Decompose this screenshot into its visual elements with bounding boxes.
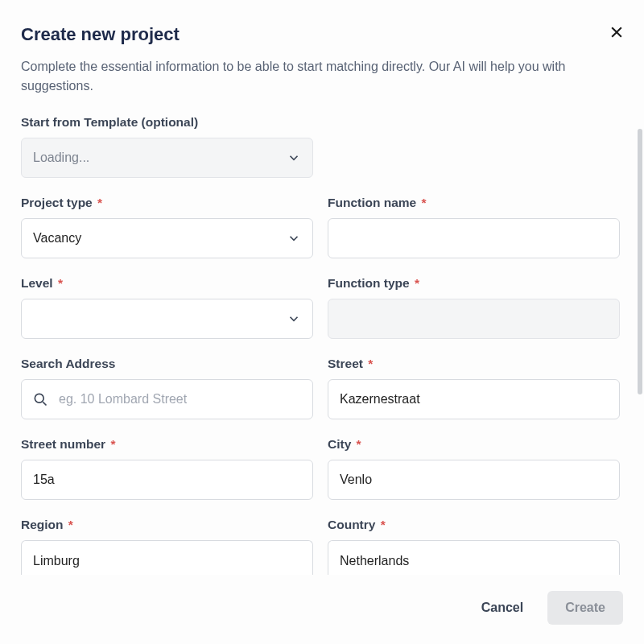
region-label: Region *: [21, 518, 313, 532]
project-type-select[interactable]: Vacancy: [21, 218, 313, 258]
street-number-label-text: Street number: [21, 437, 105, 451]
template-select[interactable]: Loading...: [21, 138, 313, 178]
required-marker: *: [97, 196, 102, 209]
chevron-down-icon: [287, 231, 301, 246]
required-marker: *: [415, 276, 419, 290]
required-marker: *: [110, 437, 115, 451]
function-type-label: Function type *: [328, 276, 620, 291]
city-input[interactable]: [328, 460, 620, 500]
function-type-field: [328, 299, 620, 339]
street-number-input[interactable]: [21, 460, 313, 500]
dialog-footer: Cancel Create: [21, 575, 623, 644]
required-marker: *: [368, 357, 373, 370]
level-label-text: Level: [21, 276, 53, 290]
function-type-label-text: Function type: [328, 276, 410, 290]
template-label: Start from Template (optional): [21, 115, 313, 130]
dialog-subtitle: Complete the essential information to be…: [21, 57, 623, 96]
dialog-title: Create new project: [21, 24, 180, 45]
country-input[interactable]: [328, 540, 620, 575]
cancel-button[interactable]: Cancel: [467, 591, 538, 625]
street-input[interactable]: [328, 379, 620, 419]
search-address-input[interactable]: [21, 379, 313, 419]
required-marker: *: [357, 437, 361, 451]
region-input[interactable]: [21, 540, 313, 575]
city-label-text: City: [328, 437, 351, 451]
svg-point-0: [35, 394, 43, 402]
required-marker: *: [422, 196, 427, 209]
scrollbar-thumb[interactable]: [638, 129, 642, 394]
level-label: Level *: [21, 276, 313, 291]
chevron-down-icon: [287, 151, 301, 165]
close-button[interactable]: [605, 21, 628, 46]
project-type-label-text: Project type: [21, 196, 93, 209]
create-button[interactable]: Create: [547, 591, 623, 625]
create-project-dialog: Create new project Complete the essentia…: [0, 0, 644, 644]
project-type-label: Project type *: [21, 196, 313, 210]
project-type-value: Vacancy: [33, 231, 81, 246]
required-marker: *: [58, 276, 63, 290]
search-icon: [32, 391, 48, 407]
chevron-down-icon: [287, 312, 301, 326]
close-icon: [609, 24, 625, 40]
country-label: Country *: [328, 518, 620, 532]
street-label-text: Street: [328, 357, 363, 370]
form-area: Start from Template (optional) Loading..…: [21, 115, 623, 575]
function-name-label: Function name *: [328, 196, 620, 210]
city-label: City *: [328, 437, 620, 452]
search-address-label: Search Address: [21, 357, 313, 371]
level-select[interactable]: [21, 299, 313, 339]
region-label-text: Region: [21, 518, 64, 531]
dialog-header: Create new project: [21, 24, 623, 46]
required-marker: *: [68, 518, 73, 531]
required-marker: *: [381, 518, 386, 531]
country-label-text: Country: [328, 518, 375, 531]
function-name-label-text: Function name: [328, 196, 416, 209]
street-label: Street *: [328, 357, 620, 371]
street-number-label: Street number *: [21, 437, 313, 452]
template-value: Loading...: [33, 151, 89, 165]
function-name-input[interactable]: [328, 218, 620, 258]
